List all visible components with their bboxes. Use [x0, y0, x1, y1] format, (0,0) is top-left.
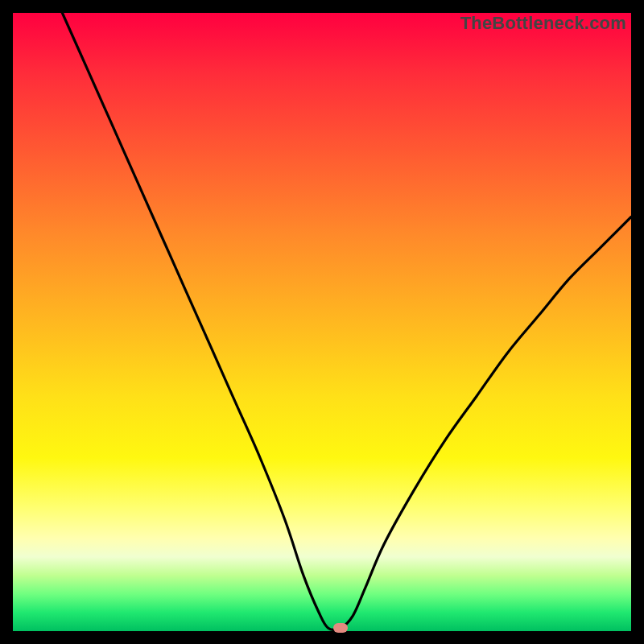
optimal-point-marker: [333, 623, 348, 633]
bottleneck-curve: [13, 13, 631, 631]
chart-frame: TheBottleneck.com: [0, 0, 644, 644]
curve-path: [62, 13, 631, 630]
plot-area: TheBottleneck.com: [13, 13, 631, 631]
